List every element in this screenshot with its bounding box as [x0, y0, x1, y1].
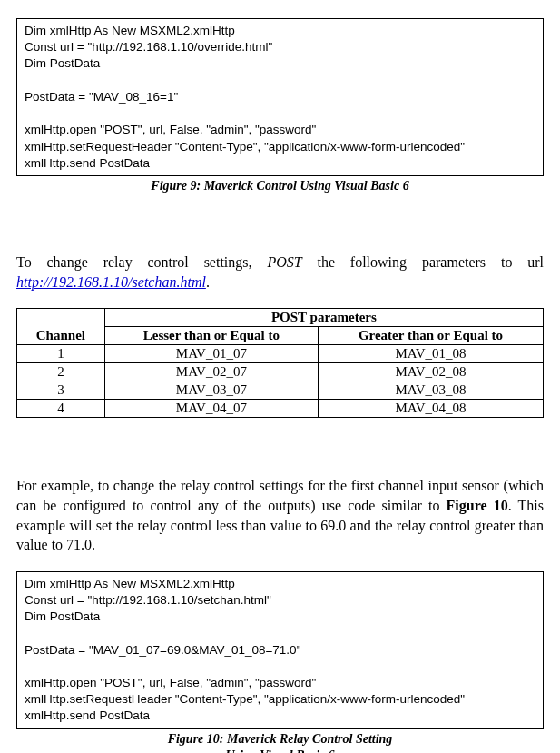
cell-channel: 1: [17, 345, 105, 363]
col-header-lte: Lesser than or Equal to: [104, 327, 318, 345]
code-block-figure-9: Dim xmlHttp As New MSXML2.xmlHttp Const …: [16, 18, 544, 176]
code-line: PostData = "MAV_01_07=69.0&MAV_01_08=71.…: [25, 643, 300, 657]
col-header-gte: Greater than or Equal to: [318, 327, 543, 345]
code-line: xmlHttp.open "POST", url, False, "admin"…: [25, 123, 316, 136]
code-line: Const url = "http://192.168.1.10/setchan…: [25, 593, 271, 607]
cell-gte: MAV_01_08: [318, 345, 543, 363]
setchan-url-link[interactable]: http://192.168.1.10/setchan.html: [16, 274, 206, 290]
table-row: 1 MAV_01_07 MAV_01_08: [17, 345, 544, 363]
text: .: [206, 274, 210, 290]
code-line: xmlHttp.open "POST", url, False, "admin"…: [25, 676, 316, 689]
cell-channel: 4: [17, 400, 105, 418]
col-header-post-params: POST parameters: [104, 309, 543, 327]
cell-gte: MAV_03_08: [318, 381, 543, 400]
cell-channel: 2: [17, 363, 105, 381]
table-row: 3 MAV_03_07 MAV_03_08: [17, 381, 544, 400]
code-line: xmlHttp.setRequestHeader "Content-Type",…: [25, 140, 465, 154]
caption-line: Figure 10: Maverick Relay Control Settin…: [168, 732, 393, 746]
http-method: POST: [267, 254, 301, 270]
cell-lte: MAV_01_07: [104, 345, 318, 363]
text: To change relay control settings,: [16, 254, 267, 270]
code-line: xmlHttp.send PostData: [25, 156, 150, 170]
code-line: Dim xmlHttp As New MSXML2.xmlHttp: [25, 24, 235, 37]
table-row: 2 MAV_02_07 MAV_02_08: [17, 363, 544, 381]
cell-lte: MAV_03_07: [104, 381, 318, 400]
table-row: 4 MAV_04_07 MAV_04_08: [17, 400, 544, 418]
paragraph-setchan-intro: To change relay control settings, POST t…: [16, 253, 544, 292]
code-line: xmlHttp.setRequestHeader "Content-Type",…: [25, 692, 465, 706]
caption-line: Using Visual Basic 6: [225, 748, 334, 753]
code-line: Dim PostData: [25, 56, 100, 70]
paragraph-example-intro: For example, to change the relay control…: [16, 476, 544, 554]
code-line: Const url = "http://192.168.1.10/overrid…: [25, 40, 272, 54]
code-line: Dim xmlHttp As New MSXML2.xmlHttp: [25, 577, 235, 590]
figure-10-caption: Figure 10: Maverick Relay Control Settin…: [16, 731, 544, 753]
code-line: Dim PostData: [25, 609, 100, 623]
code-line: PostData = "MAV_08_16=1": [25, 90, 178, 104]
figure-reference: Figure 10: [447, 498, 508, 513]
cell-lte: MAV_02_07: [104, 363, 318, 381]
col-header-channel: Channel: [17, 309, 105, 345]
code-block-figure-10: Dim xmlHttp As New MSXML2.xmlHttp Const …: [16, 571, 544, 729]
post-parameters-table: Channel POST parameters Lesser than or E…: [16, 308, 544, 418]
cell-gte: MAV_02_08: [318, 363, 543, 381]
cell-lte: MAV_04_07: [104, 400, 318, 418]
table-header-row: Channel POST parameters: [17, 309, 544, 327]
cell-gte: MAV_04_08: [318, 400, 543, 418]
text: the following parameters to url: [302, 254, 544, 270]
code-line: xmlHttp.send PostData: [25, 708, 150, 722]
figure-9-caption: Figure 9: Maverick Control Using Visual …: [16, 178, 544, 194]
cell-channel: 3: [17, 381, 105, 400]
